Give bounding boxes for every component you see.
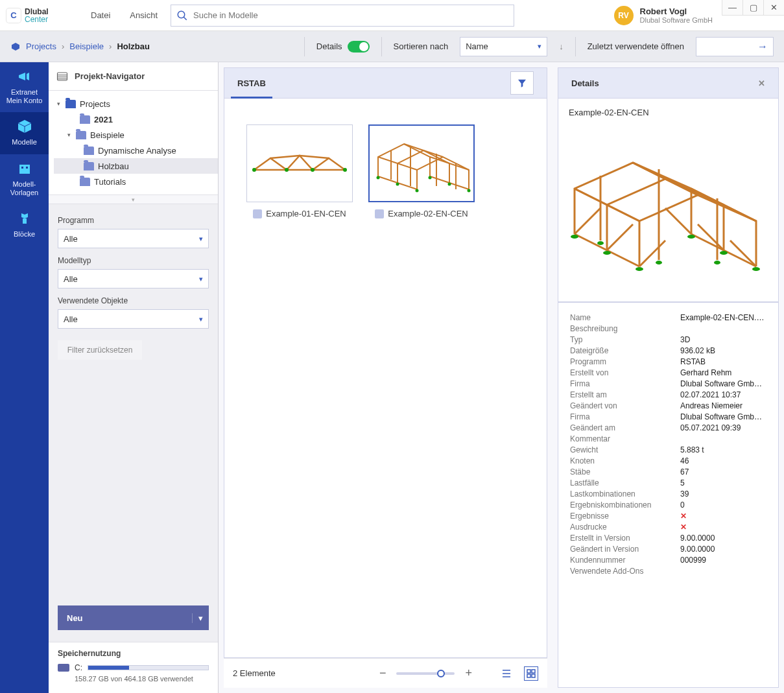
property-value: 0 [680, 500, 766, 510]
property-key: Ergebnisse [570, 511, 680, 521]
minimize-button[interactable]: — [722, 0, 742, 16]
filter-modelltyp-select[interactable]: Alle ▾ [58, 269, 209, 288]
property-value: Dlubal Software GmbH | Tief... [680, 379, 766, 388]
svg-rect-42 [532, 670, 535, 673]
svg-point-60 [603, 251, 611, 255]
details-toggle[interactable] [348, 41, 370, 53]
disk-icon [58, 664, 69, 672]
filter-objekte-select[interactable]: Alle ▾ [58, 309, 209, 329]
menu-view[interactable]: Ansicht [130, 10, 158, 20]
sort-direction-button[interactable]: ↓ [559, 41, 564, 51]
new-button[interactable]: Neu ▾ [58, 605, 209, 630]
property-key: Knoten [570, 456, 680, 465]
folder-icon [84, 147, 94, 155]
preview-model-name: Example-02-EN-CEN [558, 99, 778, 121]
zoom-out-button[interactable]: − [379, 666, 386, 680]
folder-icon [84, 162, 94, 170]
arrow-right-icon: → [757, 41, 768, 53]
model-thumb[interactable]: Example-02-EN-CEN [368, 124, 475, 218]
property-row: FirmaDlubal Software GmbH | Tief... [570, 411, 766, 422]
svg-marker-2 [12, 43, 19, 51]
maximize-button[interactable]: ▢ [742, 0, 763, 16]
logo-icon: C [6, 8, 21, 23]
svg-point-37 [468, 189, 471, 193]
list-view-button[interactable] [499, 666, 514, 681]
tree-row-projects[interactable]: ▾ Projects [54, 96, 218, 112]
property-row: FirmaDlubal Software GmbH | Tief... [570, 378, 766, 389]
property-key: Erstellt in Version [570, 534, 680, 543]
property-row: Kundennummer000999 [570, 554, 766, 565]
crumb-current: Holzbau [117, 41, 150, 51]
sort-select[interactable]: Name ▾ [460, 37, 547, 56]
storage-bar [88, 665, 209, 670]
funnel-icon [517, 78, 527, 88]
menu-file[interactable]: Datei [91, 10, 110, 20]
property-key: Stäbe [570, 467, 680, 476]
breadcrumb-icon [10, 41, 21, 52]
recent-label: Zuletzt verwendete öffnen [588, 41, 684, 51]
building-icon [16, 161, 34, 176]
filter-modelltyp-label: Modelltyp [58, 256, 209, 265]
zoom-in-button[interactable]: + [465, 666, 472, 680]
crumb-projects[interactable]: Projects [26, 41, 56, 51]
svg-point-22 [343, 168, 347, 172]
rail-bloecke[interactable]: Blöcke [0, 204, 49, 246]
grid-view-button[interactable] [524, 666, 538, 681]
rail-vorlagen[interactable]: Modell- Vorlagen [0, 154, 49, 204]
close-icon[interactable]: ✕ [758, 78, 765, 88]
tree-row-holzbau[interactable]: Holzbau [54, 158, 218, 174]
properties-table: NameExample-02-EN-CEN.rs9BeschreibungTyp… [558, 303, 778, 585]
crumb-beispiele[interactable]: Beispiele [69, 41, 104, 51]
svg-rect-6 [21, 167, 23, 169]
property-value: 000999 [680, 556, 766, 565]
close-window-button[interactable]: ✕ [763, 0, 784, 16]
property-key: Gewicht [570, 445, 680, 454]
property-value: Dlubal Software GmbH | Tief... [680, 412, 766, 421]
chevron-down-icon: ▾ [199, 275, 203, 283]
model-thumb[interactable]: Example-01-EN-CEN [246, 124, 353, 218]
storage-section: Speichernutzung C: 158.27 GB von 464.18 … [49, 642, 218, 693]
svg-point-59 [571, 235, 578, 239]
property-row: Gewicht5.883 t [570, 444, 766, 455]
avatar: RV [614, 6, 634, 25]
property-key: Beschreibung [570, 324, 680, 333]
property-row: Verwendete Add-Ons [570, 565, 766, 576]
svg-rect-43 [527, 674, 530, 677]
tree-row-beispiele[interactable]: ▾ Beispiele [54, 127, 218, 143]
hall-preview-large-icon [562, 137, 776, 286]
svg-marker-15 [518, 80, 526, 88]
property-row: Erstellt in Version9.00.0000 [570, 532, 766, 543]
list-footer: 2 Elemente − + [224, 658, 547, 688]
search-input[interactable] [193, 5, 514, 26]
filter-programm-select[interactable]: Alle ▾ [58, 229, 209, 248]
svg-point-32 [377, 176, 380, 180]
preview-canvas [558, 121, 778, 303]
filters: Programm Alle ▾ Modelltyp Alle ▾ Verwend… [49, 204, 218, 599]
chevron-down-icon[interactable]: ▾ [192, 613, 209, 623]
filter-button[interactable] [510, 71, 534, 95]
filter-programm-label: Programm [58, 216, 209, 225]
app-name: Dlubal [25, 8, 49, 16]
svg-point-33 [396, 183, 399, 186]
property-value: 9.00.0000 [680, 534, 766, 543]
reset-filter-button[interactable]: Filter zurücksetzen [58, 340, 142, 360]
tab-rstab[interactable]: RSTAB [237, 68, 266, 98]
zoom-slider[interactable] [396, 672, 455, 675]
svg-point-0 [178, 11, 185, 18]
tree-row-2021[interactable]: 2021 [54, 112, 218, 127]
property-value: Gerhard Rehm [680, 368, 766, 377]
property-key: Geändert in Version [570, 545, 680, 554]
tree-splitter[interactable]: ▾ [49, 195, 218, 204]
details-panel: Details ✕ Example-02-EN-CEN [552, 62, 784, 693]
tree-row-tutorials[interactable]: Tutorials [54, 174, 218, 189]
rail-modelle[interactable]: Modelle [0, 112, 49, 154]
rail-extranet[interactable]: Extranet Mein Konto [0, 62, 49, 112]
recent-open-select[interactable]: → [696, 37, 774, 56]
property-row: Ausdrucke✕ [570, 521, 766, 532]
thumbnails: Example-01-EN-CEN [224, 99, 547, 658]
svg-point-67 [714, 261, 720, 264]
collapse-icon[interactable]: ▾ [55, 100, 62, 107]
tree-row-dynamische[interactable]: Dynamische Analyse [54, 143, 218, 158]
property-row: Typ3D [570, 334, 766, 345]
collapse-icon[interactable]: ▾ [65, 132, 72, 138]
